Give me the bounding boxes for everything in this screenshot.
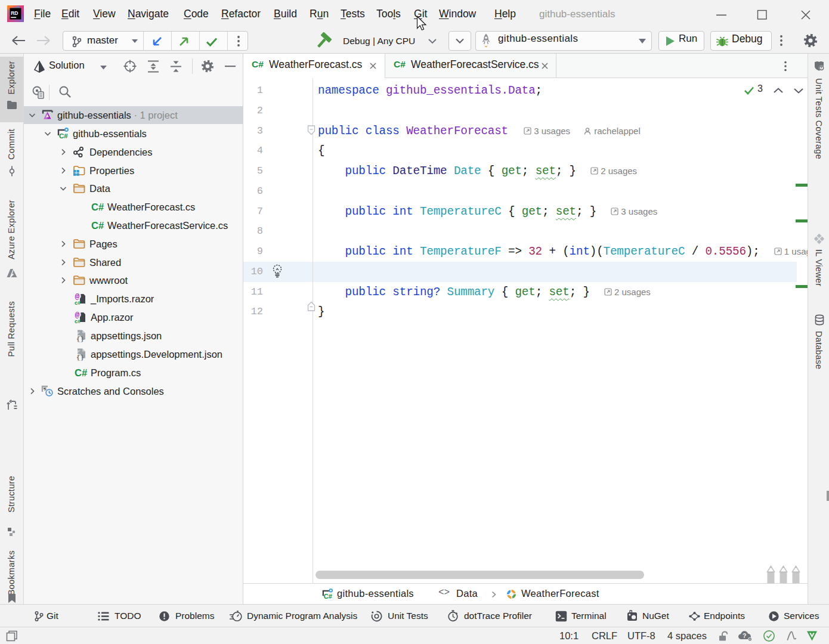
svg-text:c#: c# xyxy=(75,299,81,305)
svg-text:C#: C# xyxy=(59,132,68,140)
svg-text:C#: C# xyxy=(91,220,104,231)
svg-text:C#: C# xyxy=(75,367,87,378)
svg-text:?: ? xyxy=(743,632,746,639)
svg-text:RD: RD xyxy=(11,10,18,16)
svg-text:C#: C# xyxy=(324,593,332,600)
svg-text:c#: c# xyxy=(75,318,81,324)
svg-text:{}: {} xyxy=(76,336,84,342)
svg-text:{}: {} xyxy=(76,354,84,361)
svg-text:C#: C# xyxy=(91,202,104,212)
